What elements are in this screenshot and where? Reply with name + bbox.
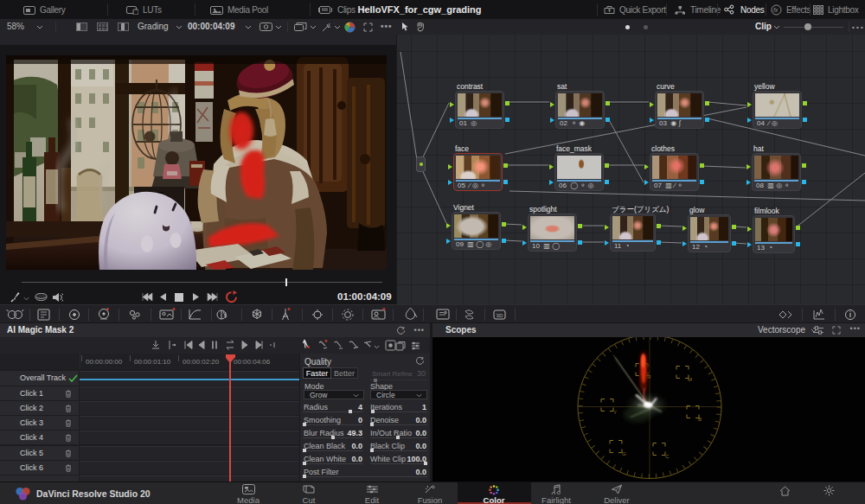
svg-text:G: G	[622, 451, 626, 456]
svg-text:M: M	[688, 377, 692, 382]
svg-text:Y: Y	[613, 410, 617, 415]
svg-text:fx: fx	[773, 7, 778, 13]
svg-text:B: B	[698, 417, 702, 422]
svg-text:3D: 3D	[497, 313, 503, 318]
svg-text:C: C	[665, 454, 670, 459]
